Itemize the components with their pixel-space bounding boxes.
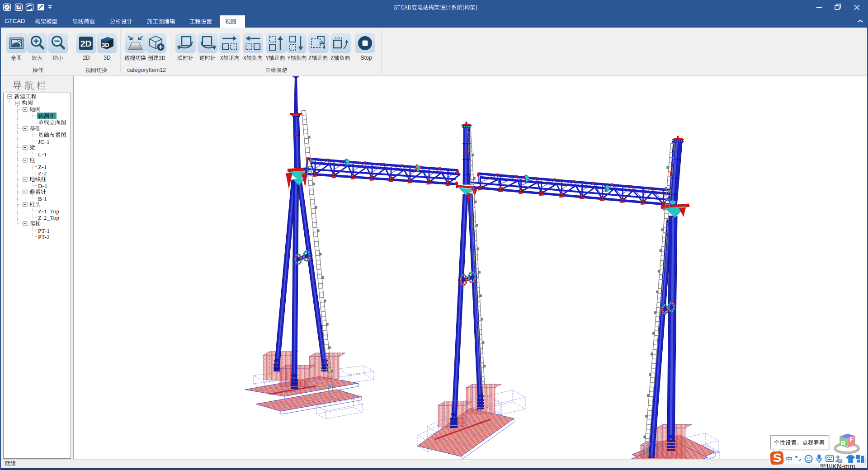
svg-text:3D: 3D [102, 42, 109, 48]
svg-text:2D: 2D [80, 39, 91, 48]
svg-text:31: 31 [838, 460, 842, 463]
svg-text:R: R [841, 440, 845, 447]
svg-text:F: F [849, 435, 854, 443]
